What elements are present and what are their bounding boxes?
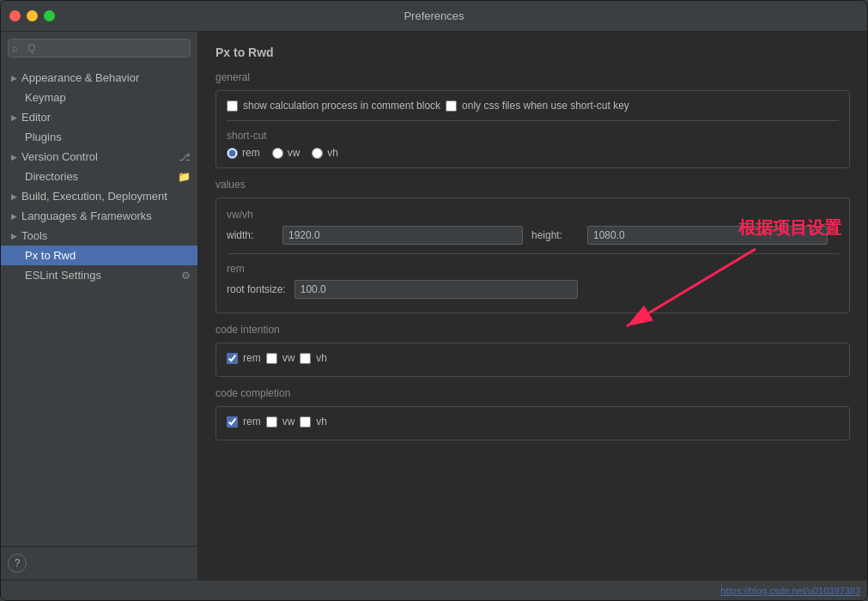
show-calculation-label: show calculation process in comment bloc… (243, 100, 440, 112)
panel-title: Px to Rwd (215, 46, 850, 59)
sidebar-item-label: Tools (21, 229, 47, 242)
search-input[interactable] (8, 39, 191, 58)
values-label: values (215, 179, 850, 191)
main-content: ⌕ ▶ Appearance & Behavior Keymap ▶ Edito… (1, 32, 867, 580)
search-box[interactable]: ⌕ (8, 39, 191, 58)
arrow-icon: ▶ (11, 113, 17, 122)
sidebar-item-editor[interactable]: ▶ Editor (1, 107, 197, 127)
divider (227, 120, 839, 121)
arrow-icon: ▶ (11, 153, 17, 161)
arrow-icon: ▶ (11, 192, 17, 201)
arrow-icon: ▶ (11, 212, 17, 221)
close-button[interactable] (9, 10, 21, 21)
shortcut-vw-label: vw (288, 147, 300, 159)
sidebar: ⌕ ▶ Appearance & Behavior Keymap ▶ Edito… (1, 32, 198, 580)
values-section: vw/vh width: height: rem root fontsize: (215, 197, 850, 313)
shortcut-rem-radio[interactable] (227, 148, 238, 159)
maximize-button[interactable] (44, 10, 55, 21)
sidebar-nav: ▶ Appearance & Behavior Keymap ▶ Editor … (1, 64, 197, 546)
code-completion-vh-checkbox[interactable] (300, 416, 311, 428)
sidebar-item-label: Px to Rwd (25, 249, 76, 262)
sidebar-item-label: Languages & Frameworks (21, 209, 152, 222)
sidebar-item-tools[interactable]: ▶ Tools (1, 226, 197, 246)
window-title: Preferences (404, 9, 464, 22)
sidebar-item-label: Build, Execution, Deployment (21, 190, 167, 203)
code-completion-rem-checkbox[interactable] (227, 416, 238, 428)
rem-label: rem (227, 263, 839, 275)
width-label: width: (227, 229, 274, 241)
shortcut-vw-radio[interactable] (272, 148, 283, 159)
code-intention-vh-label: vh (316, 352, 327, 364)
code-intention-vw-checkbox[interactable] (266, 353, 277, 364)
height-input[interactable] (587, 226, 828, 245)
sidebar-footer: ? (1, 546, 197, 580)
divider (227, 253, 839, 254)
code-intention-vw-label: vw (282, 352, 295, 364)
code-intention-rem-label: rem (243, 352, 261, 364)
shortcut-vh-radio[interactable] (312, 148, 323, 159)
sidebar-item-label: ESLint Settings (25, 269, 101, 282)
arrow-icon: ▶ (11, 232, 17, 240)
code-intention-section: rem vw vh (215, 343, 850, 377)
window-controls (9, 10, 55, 21)
bottom-link[interactable]: https://blog.csdn.net/u010397383 (720, 586, 860, 596)
titlebar: Preferences (1, 1, 867, 32)
minimize-button[interactable] (27, 10, 38, 21)
shortcut-rem-label: rem (242, 147, 260, 159)
code-completion-rem-label: rem (243, 416, 261, 428)
width-input[interactable] (282, 226, 523, 245)
shortcut-vw-option[interactable]: vw (272, 147, 300, 159)
bottom-bar: https://blog.csdn.net/u010397383 (1, 580, 867, 600)
root-fontsize-label: root fontsize: (227, 283, 286, 295)
sidebar-item-languages-frameworks[interactable]: ▶ Languages & Frameworks (1, 206, 197, 226)
sidebar-item-directories[interactable]: Directories 📁 (1, 167, 197, 186)
arrow-icon: ▶ (11, 74, 17, 82)
vw-vh-label: vw/vh (227, 209, 839, 221)
sidebar-item-keymap[interactable]: Keymap (1, 88, 197, 107)
sidebar-item-plugins[interactable]: Plugins (1, 127, 197, 147)
only-css-label: only css files when use short-cut key (462, 100, 629, 112)
code-intention-vh-checkbox[interactable] (300, 353, 311, 364)
code-completion-section: rem vw vh (215, 406, 850, 440)
general-options-row: show calculation process in comment bloc… (227, 100, 839, 112)
code-intention-rem-checkbox[interactable] (227, 353, 238, 364)
vcs-icon: ⎇ (179, 151, 191, 163)
right-panel: Px to Rwd general show calculation proce… (198, 32, 867, 580)
shortcut-vh-label: vh (327, 147, 338, 159)
shortcut-rem-option[interactable]: rem (227, 147, 260, 159)
sidebar-item-version-control[interactable]: ▶ Version Control ⎇ (1, 147, 197, 167)
code-completion-label: code completion (215, 387, 850, 399)
preferences-window: Preferences ⌕ ▶ Appearance & Behavior Ke… (0, 0, 868, 601)
sidebar-item-appearance-behavior[interactable]: ▶ Appearance & Behavior (1, 68, 197, 88)
sidebar-item-label: Appearance & Behavior (21, 71, 139, 84)
general-section: show calculation process in comment bloc… (215, 90, 850, 168)
general-label: general (215, 71, 850, 83)
shortcut-vh-option[interactable]: vh (312, 147, 338, 159)
shortcut-label: short-cut (227, 130, 839, 142)
width-row: width: height: (227, 226, 839, 245)
root-fontsize-input[interactable] (294, 280, 578, 299)
sidebar-item-label: Keymap (25, 91, 66, 104)
sidebar-item-build-execution[interactable]: ▶ Build, Execution, Deployment (1, 186, 197, 206)
only-css-checkbox[interactable] (446, 100, 457, 112)
code-intention-options: rem vw vh (227, 352, 839, 364)
eslint-icon: ⚙ (181, 270, 191, 282)
height-label: height: (531, 229, 579, 241)
sidebar-item-px-to-rwd[interactable]: Px to Rwd (1, 246, 197, 265)
shortcut-radio-row: rem vw vh (227, 147, 839, 159)
code-completion-vw-checkbox[interactable] (266, 416, 277, 428)
code-completion-options: rem vw vh (227, 416, 839, 428)
sidebar-item-label: Plugins (25, 131, 62, 143)
sidebar-item-label: Editor (21, 111, 51, 124)
sidebar-item-eslint-settings[interactable]: ESLint Settings ⚙ (1, 265, 197, 285)
code-completion-vh-label: vh (316, 416, 327, 428)
root-fontsize-row: root fontsize: (227, 280, 839, 299)
code-intention-label: code intention (215, 324, 850, 336)
sidebar-item-label: Directories (25, 170, 78, 183)
show-calculation-checkbox[interactable] (227, 100, 238, 112)
search-icon: ⌕ (12, 43, 18, 53)
folder-icon: 📁 (178, 171, 191, 183)
sidebar-item-label: Version Control (21, 150, 98, 163)
help-button[interactable]: ? (8, 554, 27, 573)
code-completion-vw-label: vw (282, 416, 295, 428)
